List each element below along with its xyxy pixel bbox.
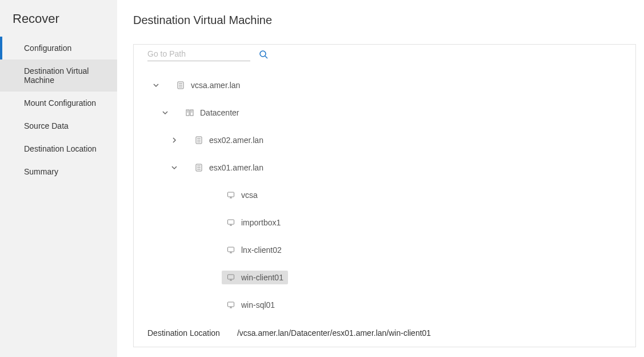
server-icon-wrap — [194, 136, 203, 145]
server-icon — [195, 164, 203, 172]
search-row — [134, 45, 635, 67]
tree-node-text: vcsa — [241, 191, 258, 200]
svg-line-1 — [265, 56, 267, 58]
vm-icon-wrap — [226, 273, 235, 282]
server-icon-wrap — [194, 163, 203, 172]
tree-node-label[interactable]: vcsa — [222, 188, 262, 202]
server-icon — [195, 136, 203, 144]
sidebar-item-label: Destination Virtual Machine — [24, 66, 89, 85]
tree-node-label[interactable]: win-sql01 — [222, 298, 279, 312]
main: Destination Virtual Machine vcsa.amer.la… — [117, 0, 644, 357]
tree-node-label[interactable]: vcsa.amer.lan — [171, 78, 245, 92]
sidebar-item-label: Summary — [24, 167, 58, 176]
vm-icon-wrap — [226, 191, 235, 200]
sidebar-item-label: Mount Configuration — [24, 98, 96, 108]
vm-icon — [227, 191, 235, 199]
tree-scroll[interactable]: vcsa.amer.lanDatacenteresx02.amer.lanesx… — [134, 45, 635, 319]
chevron-right-icon[interactable] — [169, 135, 179, 145]
tree-node: win-sql01 — [134, 291, 635, 319]
chevron-down-icon[interactable] — [160, 108, 170, 118]
destination-location-footer: Destination Location /vcsa.amer.lan/Data… — [134, 319, 635, 347]
tree-node-text: win-sql01 — [241, 300, 275, 310]
tree-node-text: esx02.amer.lan — [209, 136, 263, 145]
search-button[interactable] — [258, 49, 269, 60]
go-to-path-input[interactable] — [147, 47, 250, 61]
tree-node-label[interactable]: importbox1 — [222, 216, 285, 229]
tree-node: lnx-client02 — [134, 236, 635, 264]
tree-node-text: Datacenter — [200, 108, 239, 117]
tree-node: win-client01 — [134, 264, 635, 291]
destination-location-value: /vcsa.amer.lan/Datacenter/esx01.amer.lan… — [237, 328, 431, 338]
vm-icon — [227, 273, 235, 281]
tree-node-label[interactable]: win-client01 — [222, 271, 288, 284]
vm-icon — [227, 301, 235, 309]
sidebar-item-label: Configuration — [24, 43, 71, 53]
tree-node: vcsa — [134, 181, 635, 209]
sidebar-item-destination-virtual-machine[interactable]: Destination Virtual Machine — [0, 60, 117, 92]
svg-rect-32 — [228, 302, 234, 307]
svg-rect-29 — [228, 275, 234, 279]
vm-tree: vcsa.amer.lanDatacenteresx02.amer.lanesx… — [134, 67, 635, 319]
svg-rect-23 — [228, 220, 234, 224]
sidebar-item-label: Source Data — [24, 121, 69, 130]
svg-rect-26 — [228, 247, 234, 252]
tree-node-text: lnx-client02 — [241, 245, 282, 255]
destination-location-label: Destination Location — [147, 328, 220, 338]
sidebar-title: Recover — [0, 11, 117, 37]
vm-icon-wrap — [226, 245, 235, 255]
tree-node: esx02.amer.lan — [134, 126, 635, 154]
tree-node-text: vcsa.amer.lan — [191, 81, 240, 90]
chevron-down-icon[interactable] — [169, 162, 179, 173]
tree-node: esx01.amer.lan — [134, 154, 635, 181]
tree-node-text: esx01.amer.lan — [209, 163, 263, 172]
tree-node-label[interactable]: esx02.amer.lan — [190, 133, 268, 147]
sidebar-item-source-data[interactable]: Source Data — [0, 114, 117, 137]
tree-node-text: importbox1 — [241, 218, 281, 227]
destination-panel: vcsa.amer.lanDatacenteresx02.amer.lanesx… — [133, 44, 636, 347]
tree-node: importbox1 — [134, 209, 635, 236]
vm-icon — [227, 219, 235, 227]
search-icon — [259, 50, 268, 59]
sidebar-item-label: Destination Location — [24, 144, 97, 153]
vm-icon-wrap — [226, 218, 235, 227]
svg-point-0 — [260, 51, 266, 57]
tree-node: Datacenter — [134, 99, 635, 126]
sidebar-nav: ConfigurationDestination Virtual Machine… — [0, 37, 117, 183]
sidebar-item-destination-location[interactable]: Destination Location — [0, 137, 117, 160]
vm-icon — [227, 246, 235, 254]
tree-node-label[interactable]: esx01.amer.lan — [190, 161, 268, 174]
chevron-down-icon[interactable] — [151, 80, 161, 90]
vm-icon-wrap — [226, 300, 235, 310]
page-title: Destination Virtual Machine — [133, 14, 636, 27]
tree-panel: vcsa.amer.lanDatacenteresx02.amer.lanesx… — [134, 45, 635, 319]
tree-node-label[interactable]: lnx-client02 — [222, 243, 286, 257]
tree-node-label[interactable]: Datacenter — [181, 106, 243, 120]
sidebar-item-summary[interactable]: Summary — [0, 160, 117, 183]
sidebar-item-mount-configuration[interactable]: Mount Configuration — [0, 92, 117, 114]
tree-node: vcsa.amer.lan — [134, 72, 635, 99]
sidebar-item-configuration[interactable]: Configuration — [0, 37, 117, 60]
server-icon-wrap — [176, 81, 185, 90]
datacenter-icon-wrap — [185, 108, 194, 117]
svg-rect-20 — [228, 192, 234, 197]
sidebar: Recover ConfigurationDestination Virtual… — [0, 0, 117, 357]
tree-node-text: win-client01 — [241, 273, 283, 282]
datacenter-icon — [186, 109, 194, 117]
server-icon — [177, 81, 185, 89]
